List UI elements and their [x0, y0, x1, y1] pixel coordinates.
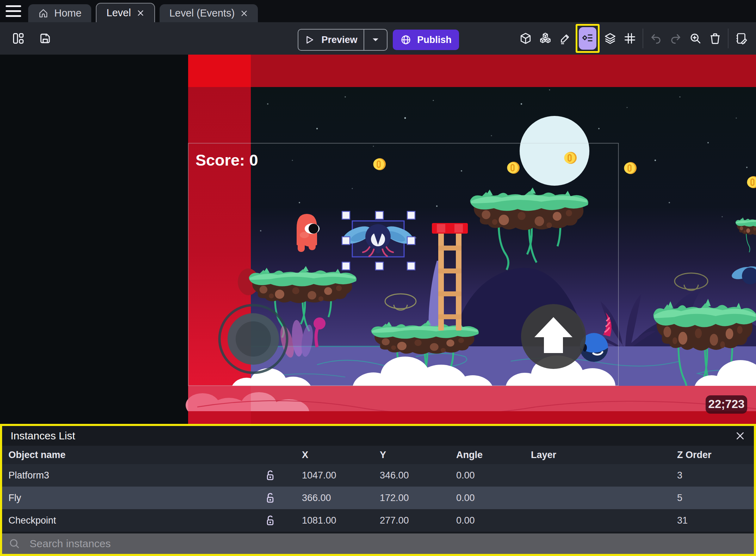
bottom-band [186, 386, 756, 424]
edit-object-button[interactable] [555, 27, 575, 49]
undo-icon [650, 32, 662, 45]
tab-home[interactable]: Home [28, 4, 91, 22]
undo-button[interactable] [646, 27, 666, 49]
delete-button[interactable] [705, 27, 725, 49]
publish-button[interactable]: Publish [393, 30, 459, 50]
tab-level-label: Level [106, 7, 131, 19]
objects-list-button[interactable] [535, 27, 555, 49]
column-object-name: Object name [2, 450, 264, 461]
column-angle: Angle [456, 450, 531, 461]
column-x: X [302, 450, 380, 461]
main-menu-button[interactable] [6, 5, 21, 17]
edit-3d-button[interactable] [516, 27, 535, 49]
scene-properties-icon [735, 32, 748, 45]
fly-instance-selected[interactable] [341, 221, 416, 257]
grid-icon [624, 32, 636, 45]
zoom-in-icon [689, 32, 702, 45]
chevron-down-icon [372, 37, 379, 42]
table-row[interactable]: Checkpoint 1081.00 277.00 0.00 31 [2, 509, 754, 532]
search-icon [8, 538, 20, 550]
save-icon [38, 32, 52, 45]
scene-properties-button[interactable] [731, 27, 751, 49]
unlock-icon[interactable] [264, 514, 276, 526]
publish-label: Publish [417, 35, 452, 45]
editor-background [0, 55, 188, 424]
preview-options-button[interactable] [364, 30, 387, 50]
table-header: Object name X Y Angle Layer Z Order [2, 446, 754, 464]
layers-icon [604, 32, 616, 45]
close-icon[interactable] [240, 10, 248, 17]
search-input[interactable] [30, 538, 748, 550]
gdevelop-editor-window: Home Level Level (Events) Prev [0, 0, 756, 556]
preview-label: Preview [321, 35, 357, 45]
column-layer: Layer [531, 450, 677, 461]
column-z-order: Z Order [677, 450, 754, 461]
preview-button[interactable]: Preview [298, 29, 388, 51]
hamburger-icon [6, 5, 21, 7]
table-row-selected[interactable]: Fly 366.00 172.00 0.00 5 [2, 487, 754, 509]
redo-icon [669, 32, 682, 45]
layers-button[interactable] [600, 27, 620, 49]
scene-canvas[interactable]: 22;723 [0, 55, 756, 424]
save-button[interactable] [36, 27, 54, 49]
zoom-button[interactable] [686, 27, 705, 49]
close-icon[interactable] [137, 9, 144, 17]
tab-level-events[interactable]: Level (Events) [160, 4, 258, 22]
pencil-icon [559, 32, 571, 45]
tab-home-label: Home [54, 7, 81, 19]
tabs: Home Level Level (Events) [28, 3, 258, 22]
cube-3d-icon [519, 32, 532, 45]
highlight-frame [576, 24, 600, 53]
scene-toolbar: Preview Publish [0, 22, 756, 55]
svg-text:22;723: 22;723 [708, 397, 745, 410]
unlock-icon[interactable] [264, 492, 276, 504]
instances-list-panel: Instances List Object name X Y Angle Lay… [0, 424, 756, 556]
moon [520, 116, 589, 186]
instances-list-icon [581, 32, 594, 45]
play-icon [304, 35, 315, 45]
tab-level-events-label: Level (Events) [169, 7, 235, 19]
table-row[interactable]: Platform3 1047.00 346.00 0.00 3 [2, 464, 754, 487]
panel-title: Instances List [11, 430, 75, 442]
joystick-control[interactable] [219, 305, 287, 373]
layout-icon [12, 32, 25, 45]
home-icon [38, 8, 49, 19]
instances-list-button[interactable] [579, 27, 596, 50]
tab-bar: Home Level Level (Events) [0, 0, 756, 22]
score-text: Score: 0 [196, 151, 258, 169]
unlock-icon[interactable] [264, 469, 276, 481]
close-icon[interactable] [735, 431, 745, 441]
trash-icon [709, 32, 721, 45]
column-y: Y [380, 450, 456, 461]
redo-button[interactable] [666, 27, 686, 49]
toggle-panels-button[interactable] [9, 27, 27, 49]
jump-button-control[interactable] [521, 304, 586, 369]
grid-button[interactable] [620, 27, 640, 49]
cursor-coordinates-badge: 22;723 [706, 395, 747, 414]
search-bar [2, 533, 754, 554]
objects-icon [539, 32, 552, 45]
globe-icon [400, 34, 411, 45]
tab-level[interactable]: Level [96, 3, 155, 22]
